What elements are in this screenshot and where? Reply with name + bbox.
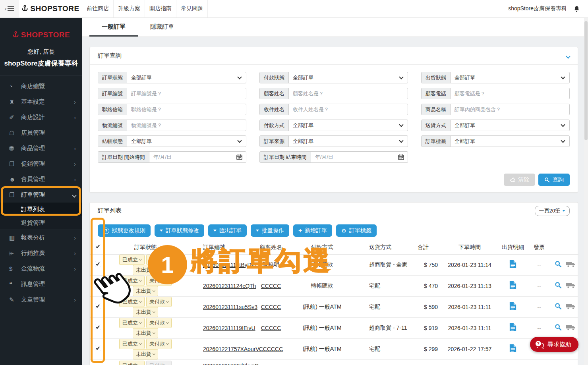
status-established-select[interactable]: 已成立: [119, 276, 145, 286]
scrollbar-thumb[interactable]: [584, 21, 588, 140]
nav-item-faq[interactable]: 常見問題: [176, 0, 208, 17]
contact-email-input[interactable]: [131, 106, 242, 112]
customer-link[interactable]: CCCCC: [261, 325, 281, 331]
status-shipping-select[interactable]: 未出貨: [133, 265, 158, 275]
shipping-detail-icon[interactable]: [509, 323, 516, 333]
status-shipping-select[interactable]: 未出貨: [133, 349, 158, 359]
row-checkbox[interactable]: [95, 282, 101, 288]
status-payment-select[interactable]: 未付款: [146, 255, 172, 265]
delivery-method-select[interactable]: 全部訂單: [451, 120, 569, 131]
date-end-input[interactable]: [315, 154, 390, 160]
date-start-input[interactable]: [153, 154, 228, 160]
order-status-modify-button[interactable]: 訂單狀態修改: [155, 224, 204, 237]
nav-item-upgrade-plan[interactable]: 升級方案: [114, 0, 145, 17]
logistics-truck-icon[interactable]: [566, 261, 575, 269]
order-tags-button[interactable]: ⚙訂單標籤: [336, 224, 377, 237]
status-payment-select[interactable]: 未付款: [146, 339, 172, 349]
status-established-select[interactable]: 已成立: [119, 361, 145, 365]
order-status-select[interactable]: 全部訂單: [127, 72, 246, 83]
status-shipping-select[interactable]: 未出貨: [133, 328, 158, 338]
sidebar-item-order-list[interactable]: 訂單列表: [0, 203, 82, 216]
sidebar-item-promotion-management[interactable]: ❒ 促銷管理›: [0, 156, 82, 172]
sidebar-item-store-overview[interactable]: ◔ 商店總覽: [0, 79, 82, 94]
status-established-select[interactable]: 已成立: [119, 255, 145, 265]
shipping-detail-icon[interactable]: [509, 281, 516, 291]
pay-method-select[interactable]: 全部訂單: [289, 120, 408, 131]
checkout-status-select[interactable]: 全部訂單: [127, 136, 246, 147]
order-number-link[interactable]: 2026012311124cQTh: [203, 283, 256, 289]
batch-operation-button[interactable]: 批量操作: [251, 224, 289, 237]
sidebar-item-message-management[interactable]: ❝ 訊息管理: [0, 276, 82, 292]
sidebar-item-member-management[interactable]: ☻ 會員管理›: [0, 172, 82, 187]
status-payment-select[interactable]: 未付款: [146, 297, 172, 307]
collapse-chevron-icon[interactable]: [567, 52, 570, 59]
status-established-select[interactable]: 已成立: [119, 297, 145, 307]
status-established-select[interactable]: 已成立: [119, 318, 145, 328]
order-number-link[interactable]: 2026012311119IEivU: [203, 325, 255, 331]
order-number-link[interactable]: 202601231111su5Sv3: [203, 304, 257, 310]
row-checkbox[interactable]: [95, 324, 101, 330]
customer-link[interactable]: CCCCCC: [259, 346, 283, 352]
logistics-truck-icon[interactable]: [566, 324, 575, 332]
recipient-name-input[interactable]: [293, 106, 404, 112]
row-checkbox[interactable]: [95, 303, 101, 309]
notification-bell-icon[interactable]: [573, 5, 580, 13]
help-button[interactable]: ? 尋求協助: [530, 337, 578, 352]
order-number-link[interactable]: 202601211800d6kvqC: [203, 363, 259, 365]
sidebar-item-basic-settings[interactable]: ♜ 基本設定›: [0, 94, 82, 110]
page-size-dropdown[interactable]: 一頁20筆: [535, 206, 570, 216]
product-name-input[interactable]: [455, 106, 565, 112]
view-order-icon[interactable]: [555, 303, 562, 311]
page-scrollbar[interactable]: [584, 18, 588, 365]
logistics-truck-icon[interactable]: [566, 282, 575, 290]
sidebar-item-order-management[interactable]: ❐ 訂單管理: [0, 187, 82, 203]
sidebar-toggle-button[interactable]: ‹: [0, 0, 19, 17]
row-checkbox[interactable]: [95, 261, 101, 267]
add-order-button[interactable]: +新增訂單: [293, 224, 332, 237]
customer-name-input[interactable]: [293, 91, 404, 97]
view-order-icon[interactable]: [555, 324, 562, 332]
logistics-truck-icon[interactable]: [566, 303, 575, 311]
tab-general-orders[interactable]: 一般訂單: [89, 18, 138, 37]
status-payment-select[interactable]: 未付款: [146, 276, 172, 286]
customer-link[interactable]: CCCCC: [261, 283, 281, 289]
sidebar-item-product-management[interactable]: ⛃ 商品管理›: [0, 141, 82, 156]
status-shipping-select[interactable]: 未出貨: [133, 307, 158, 317]
order-source-select[interactable]: 全部訂單: [289, 136, 408, 147]
ship-status-select[interactable]: 全部訂單: [451, 72, 569, 83]
shipping-detail-icon[interactable]: [509, 260, 516, 270]
calendar-icon[interactable]: [394, 152, 408, 162]
customer-link[interactable]: CCCCC: [261, 304, 281, 310]
clear-button[interactable]: 清除: [504, 174, 535, 186]
view-order-icon[interactable]: [555, 282, 562, 290]
status-shipping-select[interactable]: 未出貨: [133, 286, 158, 296]
nav-item-store-guide[interactable]: 開店指南: [145, 0, 176, 17]
brand-logo[interactable]: SHOPSTORE: [19, 0, 82, 17]
status-established-select[interactable]: 已成立: [119, 339, 145, 349]
select-all-checkbox[interactable]: [95, 244, 101, 249]
sidebar-item-report-analysis[interactable]: ▥ 報表分析›: [0, 230, 82, 245]
row-checkbox[interactable]: [95, 346, 101, 351]
customer-link[interactable]: 陳曉明: [263, 261, 279, 268]
logistics-no-input[interactable]: [131, 122, 242, 128]
view-order-icon[interactable]: [555, 261, 562, 269]
order-number-link[interactable]: 202601221757XAourV: [203, 346, 259, 352]
export-orders-button[interactable]: 匯出訂單: [208, 224, 247, 237]
status-payment-select[interactable]: 已付款: [146, 361, 172, 365]
pay-status-select[interactable]: 全部訂單: [289, 72, 408, 83]
order-no-input[interactable]: [131, 91, 242, 97]
customer-phone-input[interactable]: [455, 91, 565, 97]
sidebar-item-article-management[interactable]: ✎ 文章管理›: [0, 292, 82, 307]
sidebar-item-store-design[interactable]: ✐ 商店設計›: [0, 110, 82, 125]
status-change-rules-button[interactable]: ?狀態更改規則: [98, 224, 151, 237]
sidebar-item-payment-logistics[interactable]: $ 金流物流›: [0, 261, 82, 276]
shipping-detail-icon[interactable]: [509, 344, 516, 354]
search-button[interactable]: 查詢: [538, 174, 570, 186]
status-payment-select[interactable]: 未付款: [146, 318, 172, 328]
shipping-detail-icon[interactable]: [509, 302, 516, 312]
calendar-icon[interactable]: [232, 152, 246, 162]
order-number-link[interactable]: 202601231114tByDk1: [203, 262, 257, 268]
sidebar-item-return-management[interactable]: 退貨管理: [0, 216, 82, 230]
order-tag-select[interactable]: 全部訂單: [451, 136, 569, 147]
nav-item-go-to-store[interactable]: 前往商店: [82, 0, 114, 17]
